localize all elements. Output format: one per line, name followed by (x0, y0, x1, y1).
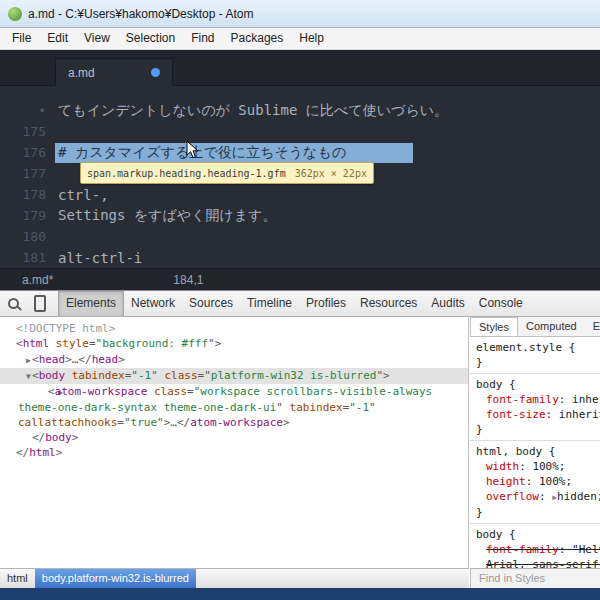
code-area[interactable]: •てもインデントしないのが Sublime に比べて使いづらい。175176# … (0, 100, 600, 268)
token-tag: body (45, 431, 72, 444)
line-number: 175 (0, 124, 58, 139)
breadcrumb-html[interactable]: html (0, 569, 35, 588)
expand-arrow-icon[interactable]: ▶ (22, 353, 32, 368)
css-property-name: font-size (486, 408, 546, 421)
menu-item-help[interactable]: Help (291, 28, 332, 49)
tree-node[interactable]: ▶<head>…</head> (0, 352, 468, 368)
devtools-tab-elements[interactable]: Elements (58, 291, 124, 316)
token-punct: "> (208, 337, 221, 350)
token-attr: tabindex (283, 401, 343, 414)
code-row[interactable]: 181alt-ctrl-i (0, 247, 600, 268)
css-selector[interactable]: element.style { (476, 340, 600, 355)
css-selector[interactable]: body { (476, 527, 600, 542)
token-punct: </ (32, 431, 45, 444)
elements-tree[interactable]: <!DOCTYPE html>▼<html style="background:… (0, 317, 469, 568)
css-property-value: 100%; (532, 460, 565, 473)
tree-node[interactable]: </body> (0, 430, 468, 445)
breadcrumb: htmlbody.platform-win32.is-blurred (0, 568, 469, 588)
device-mode-icon[interactable] (34, 295, 46, 312)
find-in-styles[interactable]: Find in Styles (470, 568, 600, 588)
title-bar[interactable]: a.md - C:¥Users¥hakomo¥Desktop - Atom (0, 0, 600, 28)
token-tag: html (23, 337, 50, 350)
token-val: true (131, 416, 158, 429)
token-punct: =" (187, 385, 200, 398)
tree-node[interactable]: ▼<html style="background: #fff"> (0, 336, 468, 352)
tooltip-size: 362px × 22px (295, 168, 367, 179)
sidebar-tab-event-listeners[interactable]: Event Listeners (585, 317, 600, 336)
sidebar-tab-styles[interactable]: Styles (470, 317, 518, 336)
css-selector[interactable]: body { (476, 377, 600, 392)
status-filename: a.md* (22, 273, 53, 287)
token-punct: < (32, 353, 39, 366)
tree-node[interactable]: </html> (0, 445, 468, 460)
css-property[interactable]: font-family: inherit; (476, 392, 600, 407)
css-property[interactable]: width: 100%; (476, 459, 600, 474)
styles-sidebar: StylesComputedEvent Listeners element.st… (470, 317, 600, 568)
code-line: alt-ctrl-i (58, 250, 142, 266)
tree-node[interactable]: <!DOCTYPE html> (0, 321, 468, 336)
css-property-name: font-family (486, 543, 559, 556)
code-row[interactable]: 175 (0, 121, 600, 142)
token-punct: </ (16, 446, 29, 459)
menu-item-packages[interactable]: Packages (223, 28, 292, 49)
css-property-name: width (486, 460, 519, 473)
devtools-tab-timeline[interactable]: Timeline (240, 291, 299, 316)
token-punct: " (369, 401, 376, 414)
line-number: 178 (0, 187, 58, 202)
line-number: 180 (0, 229, 58, 244)
token-punct: >…</ (65, 353, 92, 366)
devtools-tab-resources[interactable]: Resources (353, 291, 424, 316)
code-row[interactable]: •てもインデントしないのが Sublime に比べて使いづらい。 (0, 100, 600, 121)
menu-item-file[interactable]: File (4, 28, 39, 49)
token-punct: > (118, 353, 125, 366)
menu-item-selection[interactable]: Selection (118, 28, 183, 49)
token-tag: atom-workspace (55, 385, 148, 398)
code-row[interactable]: 178ctrl-, (0, 184, 600, 205)
css-property[interactable]: font-size: inherit; (476, 407, 600, 422)
tab-label: a.md (68, 66, 95, 80)
token-punct: =" (89, 337, 102, 350)
devtools-tab-console[interactable]: Console (472, 291, 530, 316)
css-property[interactable]: height: 100%; (476, 474, 600, 489)
atom-app-icon (8, 7, 22, 21)
menu-item-edit[interactable]: Edit (39, 28, 76, 49)
token-punct: " (276, 401, 283, 414)
token-attr: tabindex (65, 369, 125, 382)
devtools-tab-network[interactable]: Network (124, 291, 182, 316)
modified-indicator-icon (151, 68, 160, 77)
token-val: -1 (356, 401, 369, 414)
menu-item-view[interactable]: View (76, 28, 118, 49)
token-punct: > (56, 446, 63, 459)
style-rule: body {font-family: inherit;font-size: in… (470, 374, 600, 441)
tree-node[interactable]: ▶<atom-workspace class="workspace scroll… (0, 384, 468, 430)
devtools-tab-audits[interactable]: Audits (424, 291, 471, 316)
closing-brace: } (476, 355, 600, 370)
inspect-element-icon[interactable] (6, 296, 22, 312)
css-property[interactable]: font-family: "Helvetica Neue", (476, 542, 600, 557)
find-in-styles-placeholder: Find in Styles (479, 572, 545, 584)
devtools-tab-sources[interactable]: Sources (182, 291, 240, 316)
token-tag: head (92, 353, 119, 366)
code-row[interactable]: 176# カスタマイズする上で役に立ちそうなもの (0, 142, 600, 163)
css-property[interactable]: overflow: ▶hidden; (476, 489, 600, 505)
devtools-panel: ElementsNetworkSourcesTimelineProfilesRe… (0, 290, 600, 588)
tab-a-md[interactable]: a.md (55, 58, 173, 86)
devtools-tab-profiles[interactable]: Profiles (299, 291, 353, 316)
sidebar-tab-computed[interactable]: Computed (518, 317, 585, 336)
code-row[interactable]: 179Settings をすばやく開けます。 (0, 205, 600, 226)
css-property-name: overflow (486, 490, 539, 503)
css-selector[interactable]: html, body { (476, 444, 600, 459)
breadcrumb-body[interactable]: body.platform-win32.is-blurred (35, 569, 196, 588)
token-val: background: #fff (102, 337, 208, 350)
tree-node[interactable]: ▼<body tabindex="-1" class="platform-win… (0, 368, 468, 384)
code-row[interactable]: 180 (0, 226, 600, 247)
expand-arrow-icon[interactable]: ▼ (6, 337, 16, 352)
menu-item-find[interactable]: Find (183, 28, 222, 49)
token-punct: =" (343, 401, 356, 414)
expand-arrow-icon[interactable]: ▼ (22, 369, 32, 384)
token-punct: < (32, 369, 39, 382)
style-rule: body {font-family: "Helvetica Neue",Aria… (470, 524, 600, 568)
expand-arrow-icon[interactable]: ▶ (38, 385, 48, 400)
token-tag: html (29, 446, 56, 459)
token-doctype: <!DOCTYPE html> (16, 322, 115, 335)
